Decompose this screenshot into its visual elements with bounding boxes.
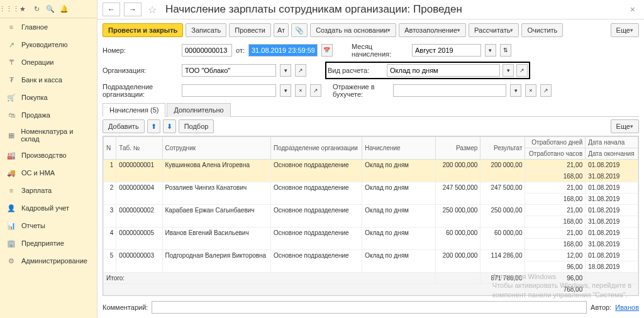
dept-label: Подразделение организации: xyxy=(103,83,178,98)
sidebar-item[interactable]: ₸Операции xyxy=(0,53,97,71)
sidebar-item[interactable]: ≡Зарплата xyxy=(0,182,97,199)
table-more-button[interactable]: Еще xyxy=(611,119,639,133)
table-row[interactable]: 20000000004Розалиев Чингиз КанатовичОсно… xyxy=(104,182,638,194)
sidebar-item[interactable]: ⚙Администрирование xyxy=(0,252,97,270)
col-dept[interactable]: Подразделение организации xyxy=(270,137,362,160)
nav-icon: 🛒 xyxy=(6,92,16,102)
calc-button[interactable]: Рассчитать xyxy=(469,23,519,37)
number-field[interactable] xyxy=(182,44,232,57)
nav-icon: ₮ xyxy=(6,75,16,85)
nav-icon: ≡ xyxy=(6,22,16,32)
nav-fwd[interactable]: → xyxy=(124,3,142,16)
dropdown-icon[interactable]: ▾ xyxy=(510,84,521,97)
write-button[interactable]: Записать xyxy=(186,23,226,37)
create-based-button[interactable]: Создать на основании xyxy=(310,23,396,37)
from-label: от: xyxy=(236,47,245,54)
tab-additional[interactable]: Дополнительно xyxy=(167,103,230,117)
sidebar-item[interactable]: ▦Номенклатура и склад xyxy=(0,124,97,146)
autofill-button[interactable]: Автозаполнение xyxy=(399,23,466,37)
move-up-icon[interactable]: ⬆ xyxy=(147,119,160,133)
open-icon[interactable]: ↗ xyxy=(516,64,528,77)
sidebar-item[interactable]: 🚚ОС и НМА xyxy=(0,164,97,182)
nav-icon: ⚙ xyxy=(6,256,16,266)
col-accr[interactable]: Начисление xyxy=(362,137,436,160)
col-days[interactable]: Отработано дней xyxy=(525,137,586,148)
month-label: Месяц начисления: xyxy=(352,43,408,58)
favorite-toggle[interactable]: ☆ xyxy=(145,3,159,16)
sidebar-item-label: Операции xyxy=(21,58,53,66)
pick-button[interactable]: Подбор xyxy=(179,119,214,133)
author-link[interactable]: Иванов xyxy=(615,304,639,311)
col-emp[interactable]: Сотрудник xyxy=(162,137,270,160)
nav-icon: ▦ xyxy=(6,130,16,140)
sidebar-item-label: Отчеты xyxy=(21,222,45,229)
col-hours[interactable]: Отработано часов xyxy=(525,148,586,160)
dropdown-icon[interactable]: ▾ xyxy=(485,44,496,57)
date-field[interactable] xyxy=(248,44,318,57)
calendar-icon[interactable]: 📅 xyxy=(321,44,333,57)
close-icon[interactable]: × xyxy=(626,4,639,14)
total-days: 96,00 xyxy=(525,273,586,284)
col-size[interactable]: Размер xyxy=(436,137,480,160)
clear-button[interactable]: Очистить xyxy=(521,23,563,37)
main-area: ← → ☆ Начисление зарплаты сотрудникам ор… xyxy=(97,0,644,318)
acc-field[interactable] xyxy=(393,84,506,97)
nav-icon: ↗ xyxy=(6,40,16,50)
sidebar-item[interactable]: 👤Кадровый учет xyxy=(0,199,97,217)
star-icon[interactable]: ★ xyxy=(16,3,29,15)
sidebar-item[interactable]: 🛒Покупка xyxy=(0,89,97,106)
calc-type-field[interactable] xyxy=(387,64,500,77)
more-button[interactable]: Еще xyxy=(611,23,639,37)
table-row[interactable]: 50000000003Подгородная Валерия Викторовн… xyxy=(104,250,638,261)
open-icon[interactable]: ↗ xyxy=(540,84,552,97)
nav-back[interactable]: ← xyxy=(103,3,120,16)
dropdown-icon[interactable]: ▾ xyxy=(502,64,514,77)
post-button[interactable]: Провести xyxy=(229,23,271,37)
sidebar-item[interactable]: ↗Руководителю xyxy=(0,36,97,53)
sidebar-item[interactable]: 📊Отчеты xyxy=(0,217,97,234)
apps-icon[interactable]: ⋮⋮⋮ xyxy=(3,3,15,15)
sidebar-item[interactable]: 🏢Предприятие xyxy=(0,234,97,252)
nav-icon: 🚚 xyxy=(6,168,16,178)
month-field[interactable] xyxy=(412,44,481,57)
number-label: Номер: xyxy=(103,47,178,54)
sidebar-item[interactable]: 🛍Продажа xyxy=(0,106,97,124)
dept-field[interactable] xyxy=(182,84,276,97)
sidebar-item-label: Предприятие xyxy=(21,239,64,247)
sidebar-item[interactable]: ₮Банк и касса xyxy=(0,71,97,89)
bell-icon[interactable]: 🔔 xyxy=(58,3,70,15)
dropdown-icon[interactable]: ▾ xyxy=(280,64,291,77)
accruals-grid[interactable]: N Таб. № Сотрудник Подразделение организ… xyxy=(103,136,639,296)
move-down-icon[interactable]: ⬇ xyxy=(163,119,176,133)
clear-icon[interactable]: × xyxy=(295,84,306,97)
col-res[interactable]: Результат xyxy=(480,137,525,160)
table-row[interactable]: 30000000002Карабаев Ержан СагынбаевичОсн… xyxy=(104,205,638,216)
attach-icon[interactable]: 📎 xyxy=(291,23,308,37)
dropdown-icon[interactable]: ▾ xyxy=(280,84,291,97)
history-icon[interactable]: ↻ xyxy=(30,3,43,15)
open-icon[interactable]: ↗ xyxy=(310,84,321,97)
calc-type-label: Вид расчета: xyxy=(328,67,384,74)
org-field[interactable] xyxy=(182,64,276,77)
sidebar-item-label: Номенклатура и склад xyxy=(21,128,91,143)
col-dstart[interactable]: Дата начала xyxy=(586,137,638,148)
table-row[interactable]: 10000000001Кувшинкова Алена ИгоревнаОсно… xyxy=(104,160,638,171)
nav-icon: 👤 xyxy=(6,203,16,213)
open-icon[interactable]: ↗ xyxy=(295,64,306,77)
sidebar-item[interactable]: 🏭Производство xyxy=(0,146,97,164)
tab-accruals[interactable]: Начисления (5) xyxy=(103,103,165,117)
table-row[interactable]: 40000000005Иванов Евгений ВасильевичОсно… xyxy=(104,228,638,239)
comment-field[interactable] xyxy=(152,301,587,314)
dt-kt-icon[interactable]: Ат xyxy=(274,23,289,37)
col-tab[interactable]: Таб. № xyxy=(116,137,162,160)
clear-icon[interactable]: × xyxy=(525,84,536,97)
col-dend[interactable]: Дата окончания xyxy=(586,148,638,160)
step-icon[interactable]: ⇅ xyxy=(500,44,511,57)
add-row-button[interactable]: Добавить xyxy=(103,119,145,133)
col-n[interactable]: N xyxy=(104,137,116,160)
total-res: 871 786,00 xyxy=(480,273,525,284)
sidebar-item[interactable]: ≡Главное xyxy=(0,18,97,36)
search-icon[interactable]: 🔍 xyxy=(44,3,57,15)
total-hours: 768,00 xyxy=(525,284,586,295)
post-and-close-button[interactable]: Провести и закрыть xyxy=(103,23,183,37)
